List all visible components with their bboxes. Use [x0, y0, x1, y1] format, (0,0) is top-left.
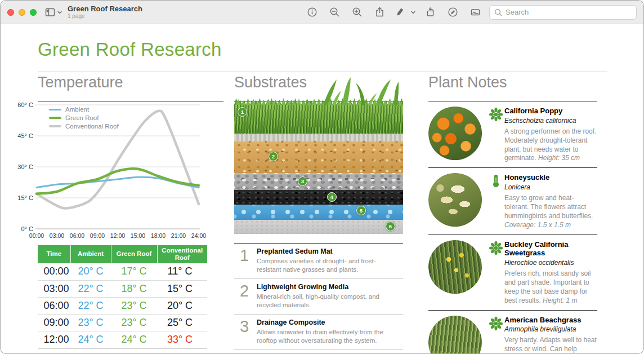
substrate-item: 2 Lightweight Growing Media Mineral-rich…: [234, 279, 403, 315]
svg-text:18:00: 18:00: [151, 232, 166, 239]
table-header: Time: [38, 245, 70, 263]
substrate-number: 3: [234, 318, 257, 345]
window-title: Green Roof Research: [68, 5, 142, 14]
svg-text:03:00: 03:00: [50, 232, 64, 239]
plant-stat: Height: 35 cm: [538, 154, 580, 162]
rotate-button[interactable]: [423, 5, 437, 20]
zoom-out-button[interactable]: [327, 5, 342, 20]
legend-swatch: [49, 117, 61, 120]
plant-photo: [428, 107, 482, 160]
svg-text:21:00: 21:00: [171, 232, 186, 239]
search-field[interactable]: [489, 5, 637, 20]
substrate-number: 1: [234, 247, 257, 274]
substrate-title: Lightweight Growing Media: [257, 283, 396, 291]
markup-pencil-icon: [448, 7, 458, 17]
svg-text:09:00: 09:00: [90, 232, 105, 239]
plant-description: Easy to grow and heat-tolerant. The flow…: [504, 194, 597, 230]
layer-badge: 2: [269, 152, 278, 161]
fullscreen-button[interactable]: [30, 9, 37, 16]
highlight-menu-button[interactable]: [409, 5, 417, 20]
substrate-item: 4 Root Barrier Keeps roots from penetrat…: [234, 350, 403, 354]
plant-stat: Coverage: 1.5 x 1.5 m: [504, 221, 571, 229]
chevron-down-icon: [57, 11, 62, 14]
svg-text:45° C: 45° C: [17, 132, 33, 139]
substrate-list: 1 Preplanted Sedum Mat Comprises varieti…: [234, 243, 403, 354]
time-cell: 00:00: [38, 263, 70, 280]
share-icon: [374, 7, 385, 17]
layer-gravel: [234, 173, 403, 190]
chart-legend: AmbientGreen RoofConventional Roof: [49, 106, 119, 130]
ambient-cell: 20° C: [70, 263, 111, 280]
svg-text:0° C: 0° C: [21, 225, 33, 232]
plant-description: Very hardy. Adapts well to heat stress o…: [504, 336, 597, 354]
plant-description: A strong performer on the roof. Moderate…: [504, 127, 597, 163]
svg-text:00:00: 00:00: [29, 232, 44, 239]
plant-name: American Beachgrass: [504, 316, 597, 325]
green-roof-cell: 23° C: [111, 314, 157, 331]
document-page: Green Roof Research Temperature Substrat…: [1, 24, 643, 354]
ambient-cell: 22° C: [70, 280, 111, 297]
legend-label: Conventional Roof: [65, 123, 119, 130]
svg-text:15° C: 15° C: [17, 194, 33, 201]
zoom-in-icon: [352, 7, 363, 17]
plant-photo: [428, 173, 482, 227]
share-button[interactable]: [372, 5, 387, 20]
page-count: 1 page: [68, 13, 142, 20]
zoom-in-button[interactable]: [350, 5, 364, 20]
chevron-down-icon: [411, 11, 415, 14]
substrate-description: Allows rainwater to drain effectively fr…: [257, 328, 396, 345]
grass-tuft-decoration: [313, 76, 403, 105]
table-header: Ambient: [70, 245, 111, 263]
flower-icon: [488, 316, 504, 331]
plant-entry: Honeysuckle Lonicera Easy to grow and he…: [428, 168, 597, 234]
temperature-table: TimeAmbientGreen RoofConventional Roof 0…: [38, 245, 207, 348]
legend-item: Conventional Roof: [49, 123, 119, 130]
minimize-button[interactable]: [19, 9, 25, 16]
table-header: Green Roof: [111, 245, 157, 263]
plant-stat: Height: 1 m: [543, 297, 577, 304]
conventional-cell: 20° C: [157, 297, 207, 314]
substrate-diagram: 123456: [234, 104, 403, 234]
sign-button[interactable]: [468, 5, 482, 20]
plant-description: Prefers rich, moist sandy soil and part …: [504, 269, 597, 306]
substrate-number: 2: [234, 283, 257, 309]
svg-text:15:00: 15:00: [131, 232, 145, 239]
table-header: Conventional Roof: [157, 245, 207, 263]
preview-window: Green Roof Research 1 page: [0, 0, 644, 354]
time-cell: 12:00: [38, 331, 70, 348]
layer-roof-deck: [234, 220, 403, 234]
table-row: 00:00 20° C 17° C 11° C: [38, 263, 207, 280]
layer-badge: 5: [356, 206, 366, 215]
legend-label: Green Roof: [65, 114, 99, 121]
layer-grass: [234, 104, 403, 134]
conventional-cell: 25° C: [157, 314, 207, 331]
substrate-item: 3 Drainage Composite Allows rainwater to…: [234, 315, 403, 350]
plant-entry: American Beachgrass Ammophila breviligul…: [428, 311, 597, 354]
traffic-lights: [7, 9, 37, 16]
green-roof-cell: 17° C: [111, 263, 157, 280]
search-input[interactable]: [506, 8, 632, 16]
legend-item: Ambient: [49, 106, 119, 113]
plant-name: Buckley California Sweetgrass: [504, 240, 597, 258]
legend-item: Green Roof: [49, 114, 119, 121]
table-header-row: TimeAmbientGreen RoofConventional Roof: [38, 245, 207, 263]
temperature-chart: 0° C15° C30° C45° C60° C00:0003:0006:000…: [17, 99, 213, 241]
info-button[interactable]: [305, 5, 319, 20]
highlighter-icon: [395, 7, 405, 17]
table-row: 09:00 23° C 23° C 25° C: [38, 314, 207, 331]
ambient-cell: 24° C: [70, 331, 111, 348]
highlight-button[interactable]: [392, 5, 407, 20]
table-row: 12:00 24° C 24° C 33° C: [38, 331, 207, 348]
close-button[interactable]: [7, 9, 14, 16]
sidebar-toggle-button[interactable]: [44, 5, 62, 20]
markup-button[interactable]: [445, 5, 460, 20]
layer-badge: 6: [386, 222, 395, 231]
layer-growing-media: [234, 141, 403, 173]
titlebar: Green Roof Research 1 page: [1, 1, 643, 24]
plant-latin-name: Hierochloe occidentalis: [504, 259, 597, 267]
plant-list: California Poppy Eschscholzia californic…: [428, 101, 597, 354]
flower-icon: [488, 241, 504, 255]
rotate-icon: [425, 7, 436, 17]
conventional-cell: 15° C: [157, 280, 207, 297]
layer-badge: 3: [298, 176, 307, 186]
